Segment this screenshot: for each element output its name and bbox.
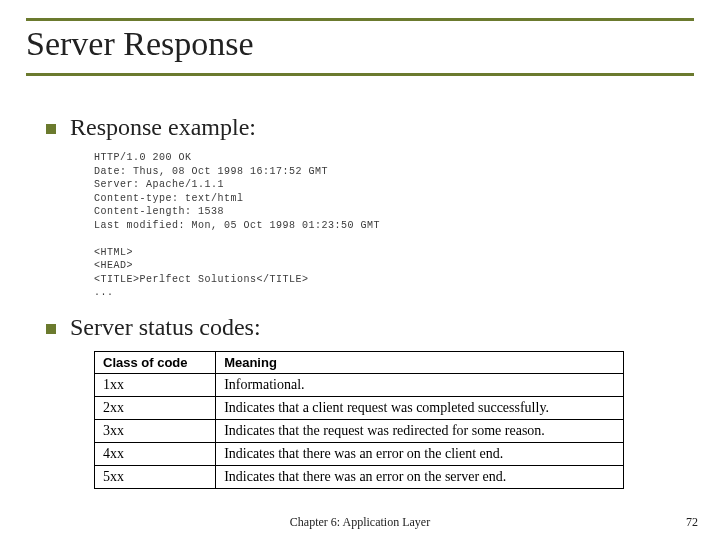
page-number: 72 (686, 515, 698, 530)
table-cell: Indicates that there was an error on the… (216, 442, 624, 465)
table-cell: Indicates that the request was redirecte… (216, 419, 624, 442)
table-row: 5xx Indicates that there was an error on… (95, 465, 624, 488)
table-cell: 5xx (95, 465, 216, 488)
code-line: HTTP/1.0 200 OK (94, 152, 192, 163)
bullet-text: Response example: (70, 114, 256, 141)
table-cell: Informational. (216, 373, 624, 396)
table-header: Meaning (216, 351, 624, 373)
table-cell: Indicates that there was an error on the… (216, 465, 624, 488)
slide-title: Server Response (26, 25, 694, 63)
square-bullet-icon (46, 324, 56, 334)
code-line: <TITLE>Perlfect Solutions</TITLE> (94, 274, 309, 285)
footer-text: Chapter 6: Application Layer (0, 515, 720, 530)
table-header: Class of code (95, 351, 216, 373)
content-area: Response example: HTTP/1.0 200 OK Date: … (26, 114, 694, 489)
status-codes-table-wrap: Class of code Meaning 1xx Informational.… (94, 351, 624, 489)
bullet-item: Server status codes: (46, 314, 694, 341)
table-header-row: Class of code Meaning (95, 351, 624, 373)
table-cell: 3xx (95, 419, 216, 442)
table-row: 2xx Indicates that a client request was … (95, 396, 624, 419)
table-row: 3xx Indicates that the request was redir… (95, 419, 624, 442)
code-line: ... (94, 287, 114, 298)
code-line: Server: Apache/1.1.1 (94, 179, 224, 190)
status-codes-table: Class of code Meaning 1xx Informational.… (94, 351, 624, 489)
table-row: 4xx Indicates that there was an error on… (95, 442, 624, 465)
code-line: Date: Thus, 08 Oct 1998 16:17:52 GMT (94, 166, 328, 177)
table-cell: 2xx (95, 396, 216, 419)
square-bullet-icon (46, 124, 56, 134)
table-cell: 4xx (95, 442, 216, 465)
code-line: Content-type: text/html (94, 193, 244, 204)
bullet-text: Server status codes: (70, 314, 261, 341)
title-container: Server Response (26, 18, 694, 76)
table-row: 1xx Informational. (95, 373, 624, 396)
slide: Server Response Response example: HTTP/1… (0, 0, 720, 540)
table-cell: 1xx (95, 373, 216, 396)
bullet-item: Response example: (46, 114, 694, 141)
code-line: <HEAD> (94, 260, 133, 271)
code-line: Content-length: 1538 (94, 206, 224, 217)
http-response-code: HTTP/1.0 200 OK Date: Thus, 08 Oct 1998 … (94, 151, 694, 300)
code-line: <HTML> (94, 247, 133, 258)
table-cell: Indicates that a client request was comp… (216, 396, 624, 419)
code-line: Last modified: Mon, 05 Oct 1998 01:23:50… (94, 220, 380, 231)
